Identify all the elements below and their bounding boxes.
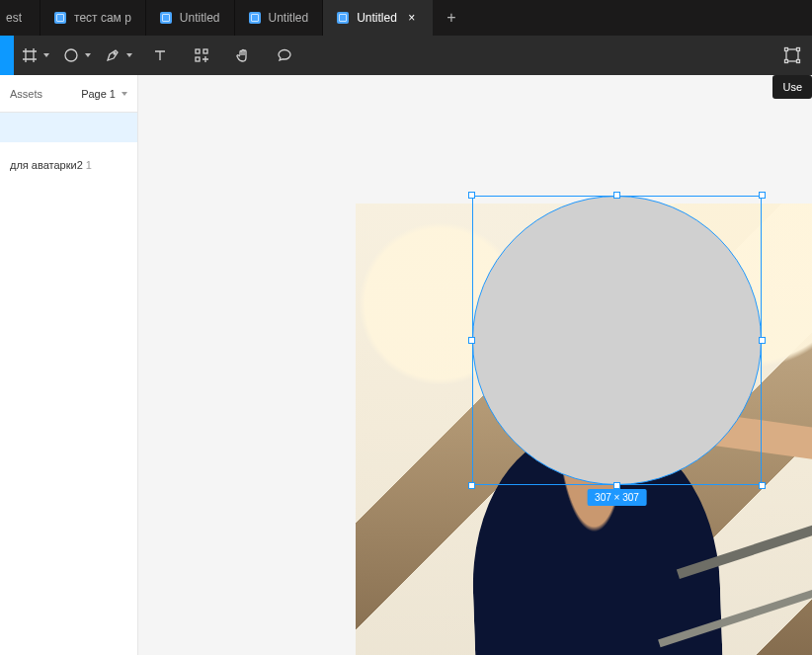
svg-point-1 (114, 52, 116, 54)
page-selector-label: Page 1 (81, 88, 116, 100)
figma-file-icon (337, 12, 349, 24)
close-tab-icon[interactable]: × (405, 11, 419, 25)
user-tool[interactable] (772, 36, 812, 75)
selection-size-text: 307 × 307 (595, 492, 639, 503)
layer-name-text: для аватарки2 (10, 159, 83, 171)
tooltip: Use (772, 75, 812, 99)
comment-icon (277, 47, 292, 63)
tab-label: Untitled (180, 11, 220, 25)
toolbar-right-group (772, 36, 812, 75)
document-tab-active[interactable]: Untitled × (323, 0, 434, 36)
bounding-box-icon (783, 46, 801, 64)
selection-bounds[interactable]: 307 × 307 (472, 196, 762, 485)
layer-row[interactable]: для аватарки21 (0, 150, 137, 180)
left-panel: Assets Page 1 для аватарки21 (0, 75, 138, 655)
svg-rect-4 (196, 57, 200, 61)
tooltip-text: Use (782, 81, 802, 93)
layer-row-selected-blank[interactable] (0, 113, 137, 142)
text-icon (152, 47, 168, 63)
document-tab-bar: est тест сам р Untitled Untitled Untitle… (0, 0, 812, 36)
resources-icon (194, 47, 209, 63)
hand-tool[interactable] (223, 36, 263, 75)
resize-handle-mr[interactable] (759, 337, 766, 344)
figma-file-icon (160, 12, 172, 24)
plus-icon: + (447, 9, 455, 27)
tab-label: Untitled (357, 11, 397, 25)
resize-handle-ml[interactable] (468, 337, 475, 344)
frame-icon (22, 47, 38, 63)
toolbar: Use (0, 36, 812, 75)
pen-tool[interactable] (99, 36, 138, 75)
svg-rect-3 (203, 49, 207, 53)
tab-label: Untitled (269, 11, 309, 25)
svg-rect-7 (797, 48, 800, 51)
tab-label: est (6, 11, 22, 25)
main-area: Assets Page 1 для аватарки21 (0, 75, 812, 655)
resize-handle-tr[interactable] (759, 192, 766, 199)
resources-tool[interactable] (182, 36, 221, 75)
svg-rect-6 (785, 48, 788, 51)
selection-size-badge: 307 × 307 (587, 489, 647, 506)
page-selector[interactable]: Page 1 (81, 88, 127, 100)
assets-tab[interactable]: Assets (10, 88, 42, 100)
comment-tool[interactable] (265, 36, 304, 75)
resize-handle-br[interactable] (759, 482, 766, 489)
text-tool[interactable] (140, 36, 180, 75)
spacer (0, 142, 137, 150)
frame-tool[interactable] (16, 36, 55, 75)
layer-name: для аватарки21 (10, 159, 92, 171)
panel-tabs: Assets Page 1 (0, 75, 137, 113)
resize-handle-bl[interactable] (468, 482, 475, 489)
document-tab[interactable]: Untitled (235, 0, 324, 36)
resize-handle-tm[interactable] (613, 192, 620, 199)
layer-dup-index: 1 (86, 159, 92, 171)
app-root: est тест сам р Untitled Untitled Untitle… (0, 0, 812, 655)
svg-rect-9 (797, 60, 800, 63)
pen-icon (105, 47, 121, 63)
svg-rect-8 (785, 60, 788, 63)
document-tab[interactable]: Untitled (146, 0, 235, 36)
resize-handle-tl[interactable] (468, 192, 475, 199)
figma-file-icon (249, 12, 261, 24)
ellipse-icon (63, 47, 79, 63)
hand-icon (235, 47, 251, 63)
figma-file-icon (54, 12, 66, 24)
new-tab-button[interactable]: + (434, 0, 469, 36)
tab-label: тест сам р (74, 11, 131, 25)
move-tool-active[interactable] (0, 36, 14, 75)
svg-point-0 (65, 49, 77, 61)
resize-handle-bm[interactable] (613, 482, 620, 489)
canvas[interactable]: 307 × 307 (138, 75, 812, 655)
document-tab[interactable]: тест сам р (41, 0, 146, 36)
document-tab-partial[interactable]: est (0, 0, 41, 36)
svg-rect-2 (196, 49, 200, 53)
shape-tool[interactable] (57, 36, 97, 75)
selection-outline (472, 196, 762, 485)
